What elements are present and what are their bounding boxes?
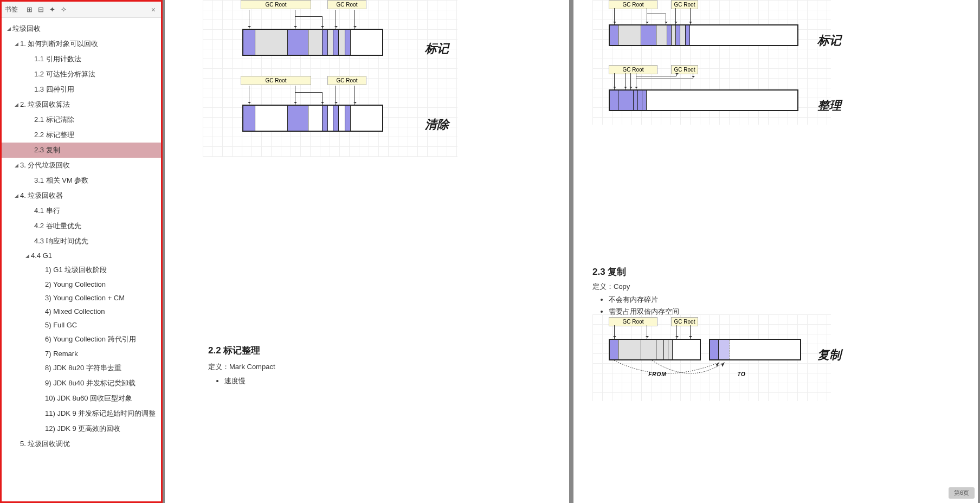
- heading-22: 2.2 标记整理: [208, 344, 260, 357]
- label-sweep: 清除: [425, 117, 449, 133]
- label-copy: 复制: [817, 347, 841, 363]
- tree-item[interactable]: ◢2. 垃圾回收算法: [2, 97, 161, 112]
- bullets-22: 速度慢: [214, 374, 246, 388]
- add-bookmark-icon[interactable]: ✦: [49, 5, 55, 14]
- gc-root-box: GC Root: [327, 76, 366, 85]
- bookmarks-sidebar: 书签 ⊞ ⊟ ✦ ✧ × ◢垃圾回收◢1. 如何判断对象可以回收1.1 引用计数…: [0, 0, 163, 503]
- memory-bar-from: [609, 339, 701, 360]
- tree-item[interactable]: ◢3. 分代垃圾回收: [2, 158, 161, 173]
- sidebar-tab-bookmarks[interactable]: 书签: [5, 3, 21, 16]
- definition-23: 定义：Copy: [592, 282, 630, 292]
- expand-icon[interactable]: ⊞: [27, 5, 33, 14]
- tree-item[interactable]: 1) G1 垃圾回收阶段: [2, 262, 161, 278]
- tree-item-label: 1. 如何判断对象可以回收: [20, 39, 98, 49]
- tree-item[interactable]: 7) Remark: [2, 347, 161, 360]
- bullet-item: 不会有内存碎片: [609, 295, 679, 305]
- chevron-icon: ◢: [12, 102, 20, 107]
- tree-item-label: 5) Full GC: [45, 321, 77, 329]
- chevron-icon: ◢: [23, 253, 31, 259]
- tree-item[interactable]: 10) JDK 8u60 回收巨型对象: [2, 391, 161, 406]
- tree-item[interactable]: 6) Young Collection 跨代引用: [2, 332, 161, 347]
- tree-item-label: 4. 垃圾回收器: [20, 191, 63, 201]
- tree-item[interactable]: 4.1 串行: [2, 203, 161, 218]
- bullet-item: 需要占用双倍内存空间: [609, 307, 679, 317]
- tree-item[interactable]: 3) Young Collection + CM: [2, 291, 161, 305]
- tree-item[interactable]: 2) Young Collection: [2, 278, 161, 291]
- chevron-icon: ◢: [5, 26, 12, 31]
- tree-item[interactable]: ◢4.4 G1: [2, 249, 161, 262]
- close-icon[interactable]: ×: [149, 5, 158, 14]
- copy-arrows: [609, 360, 804, 388]
- tree-item-label: 2.1 标记清除: [34, 115, 74, 125]
- chevron-icon: ◢: [12, 41, 20, 47]
- tree-item[interactable]: 12) JDK 9 更高效的回收: [2, 421, 161, 436]
- tree-item-label: 12) JDK 9 更高效的回收: [45, 424, 120, 434]
- sidebar-header: 书签 ⊞ ⊟ ✦ ✧ ×: [2, 2, 161, 18]
- tree-item[interactable]: 4.3 响应时间优先: [2, 234, 161, 249]
- tree-item-label: 4.2 吞吐量优先: [34, 221, 81, 231]
- tree-item-label: 2. 垃圾回收算法: [20, 100, 70, 109]
- tree-item[interactable]: 2.3 复制: [2, 143, 161, 158]
- gc-root-box: GC Root: [671, 317, 698, 326]
- tree-item-label: 4.1 串行: [34, 206, 60, 216]
- gc-root-box: GC Root: [327, 0, 366, 9]
- tree-item[interactable]: ◢1. 如何判断对象可以回收: [2, 36, 161, 51]
- definition-22: 定义：Mark Compact: [208, 362, 275, 372]
- tree-item[interactable]: 4.2 吞吐量优先: [2, 218, 161, 234]
- tree-item[interactable]: ◢4. 垃圾回收器: [2, 188, 161, 203]
- gc-root-box: GC Root: [609, 0, 657, 9]
- tree-item[interactable]: 11) JDK 9 并发标记起始时间的调整: [2, 406, 161, 421]
- content-area: GC Root GC Root: [163, 0, 980, 503]
- tree-item-label: 4.4 G1: [31, 252, 52, 260]
- page-right: GC Root GC Root: [573, 0, 978, 503]
- memory-bar: [609, 24, 798, 46]
- tree-item-label: 9) JDK 8u40 并发标记类卸载: [45, 378, 136, 388]
- tree-item-label: 垃圾回收: [12, 24, 41, 34]
- gc-root-box: GC Root: [609, 317, 657, 326]
- tree-item-label: 2.2 标记整理: [34, 130, 74, 140]
- bookmark-tree[interactable]: ◢垃圾回收◢1. 如何判断对象可以回收1.1 引用计数法1.2 可达性分析算法1…: [2, 18, 161, 501]
- memory-bar: [609, 89, 798, 111]
- chevron-icon: ◢: [12, 193, 20, 198]
- tree-item[interactable]: 3.1 相关 VM 参数: [2, 173, 161, 188]
- tree-item-label: 11) JDK 9 并发标记起始时间的调整: [45, 409, 156, 418]
- tree-item-label: 1.1 引用计数法: [34, 54, 81, 64]
- tree-item[interactable]: 1.1 引用计数法: [2, 51, 161, 67]
- page-left: GC Root GC Root: [165, 0, 569, 503]
- memory-bar-to: [709, 339, 801, 360]
- tree-item-label: 1.3 四种引用: [34, 85, 74, 94]
- svg-marker-1: [721, 362, 725, 367]
- page-indicator: 第6页: [949, 487, 975, 499]
- tree-item[interactable]: 5. 垃圾回收调优: [2, 436, 161, 452]
- bullets-23: 不会有内存碎片需要占用双倍内存空间: [598, 293, 679, 319]
- tree-item-label: 4.3 响应时间优先: [34, 236, 88, 246]
- tree-item-label: 2.3 复制: [34, 145, 60, 155]
- tree-item-label: 5. 垃圾回收调优: [20, 439, 70, 449]
- tree-item-label: 3. 分代垃圾回收: [20, 160, 70, 170]
- gc-root-box: GC Root: [609, 65, 657, 74]
- tree-item[interactable]: 8) JDK 8u20 字符串去重: [2, 360, 161, 376]
- tree-item[interactable]: 4) Mixed Collection: [2, 305, 161, 318]
- tree-item[interactable]: 2.1 标记清除: [2, 112, 161, 127]
- tree-item[interactable]: 1.3 四种引用: [2, 82, 161, 97]
- app-root: 书签 ⊞ ⊟ ✦ ✧ × ◢垃圾回收◢1. 如何判断对象可以回收1.1 引用计数…: [0, 0, 980, 503]
- memory-bar: [242, 105, 383, 132]
- bookmark-icon[interactable]: ✧: [61, 5, 67, 14]
- tree-item[interactable]: 2.2 标记整理: [2, 127, 161, 143]
- sidebar-tools: ⊞ ⊟ ✦ ✧: [27, 5, 67, 14]
- tree-item-label: 3) Young Collection + CM: [45, 294, 125, 302]
- label-mark-r: 标记: [817, 33, 841, 49]
- chevron-icon: ◢: [12, 163, 20, 168]
- collapse-icon[interactable]: ⊟: [38, 5, 44, 14]
- tree-item-label: 1) G1 垃圾回收阶段: [45, 265, 107, 275]
- tree-item[interactable]: 1.2 可达性分析算法: [2, 67, 161, 82]
- bullet-item: 速度慢: [224, 376, 246, 386]
- tree-item[interactable]: 5) Full GC: [2, 318, 161, 332]
- tree-item-label: 8) JDK 8u20 字符串去重: [45, 363, 121, 373]
- tree-item-label: 6) Young Collection 跨代引用: [45, 334, 136, 344]
- label-mark: 标记: [425, 41, 449, 57]
- tree-item[interactable]: 9) JDK 8u40 并发标记类卸载: [2, 376, 161, 391]
- tree-item-label: 1.2 可达性分析算法: [34, 69, 95, 79]
- gc-root-box: GC Root: [241, 76, 311, 85]
- tree-item[interactable]: ◢垃圾回收: [2, 21, 161, 36]
